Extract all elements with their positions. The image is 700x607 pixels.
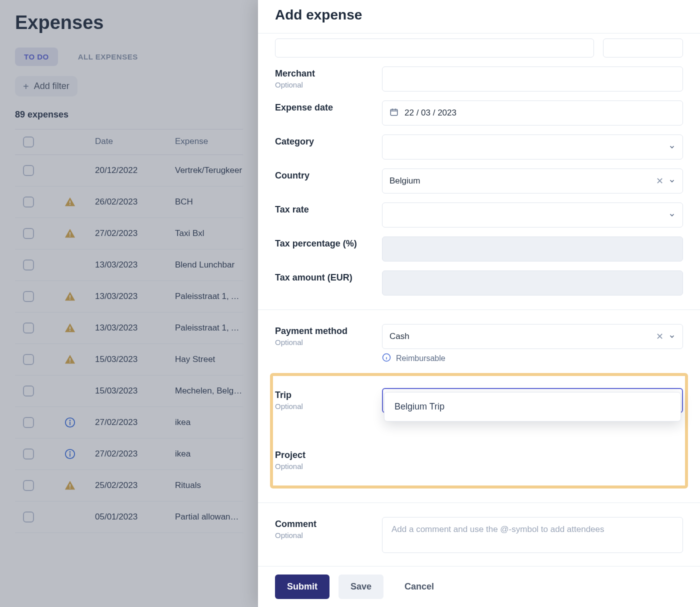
table-row[interactable]: 20/12/2022Vertrek/Terugkeer: [15, 155, 243, 186]
row-expense: BCH: [175, 197, 243, 207]
svg-rect-1: [70, 204, 70, 205]
cancel-button[interactable]: Cancel: [392, 574, 446, 599]
row-expense: Partial allowance (> 6h…: [175, 512, 243, 522]
chevron-down-icon: [668, 212, 676, 218]
column-expense[interactable]: Expense: [175, 136, 243, 148]
row-checkbox[interactable]: [23, 322, 34, 334]
row-checkbox[interactable]: [23, 417, 34, 428]
row-date: 27/02/2023: [95, 418, 175, 428]
svg-rect-18: [390, 109, 398, 115]
row-checkbox[interactable]: [23, 260, 34, 270]
row-checkbox[interactable]: [23, 386, 34, 396]
row-expense: Blend Lunchbar: [175, 260, 243, 270]
column-date[interactable]: Date: [95, 136, 175, 148]
row-checkbox[interactable]: [23, 512, 34, 522]
row-date: 26/02/2023: [95, 197, 175, 207]
country-select[interactable]: Belgium ✕: [382, 168, 683, 194]
category-select[interactable]: [382, 134, 683, 160]
svg-rect-16: [70, 484, 70, 487]
table-row[interactable]: 05/01/2023Partial allowance (> 6h…: [15, 502, 243, 533]
tax-percentage-label: Tax percentage (%): [275, 238, 377, 249]
tab-all-expenses[interactable]: ALL EXPENSES: [69, 48, 147, 66]
merchant-optional: Optional: [275, 80, 377, 89]
table-row[interactable]: 13/03/2023Paleisstraat 1, Amsterdam: [15, 281, 243, 312]
expense-date-input[interactable]: 22 / 03 / 2023: [382, 100, 683, 126]
tab-todo[interactable]: TO DO: [15, 48, 58, 66]
row-checkbox[interactable]: [23, 480, 34, 491]
row-checkbox[interactable]: [23, 448, 34, 460]
table-header: Date Expense: [15, 129, 243, 155]
submit-button[interactable]: Submit: [275, 574, 330, 599]
table-row[interactable]: 13/03/2023Blend Lunchbar: [15, 250, 243, 281]
expense-count: 89 expenses: [15, 110, 243, 120]
row-date: 05/01/2023: [95, 512, 175, 522]
table-body: 20/12/2022Vertrek/Terugkeer26/02/2023BCH…: [15, 155, 243, 533]
table-row[interactable]: 27/02/2023ikea: [15, 407, 243, 438]
project-label: Project: [275, 450, 377, 460]
select-all-checkbox[interactable]: [23, 136, 34, 148]
svg-rect-9: [70, 362, 70, 362]
clear-icon[interactable]: ✕: [651, 176, 668, 186]
row-expense: Paleisstraat 1, Amsterdam: [175, 323, 243, 333]
merchant-row: Merchant Optional: [275, 66, 683, 92]
payment-method-select[interactable]: Cash ✕: [382, 324, 683, 349]
row-date: 15/03/2023: [95, 386, 175, 396]
trip-dropdown[interactable]: Belgium Trip: [384, 392, 681, 422]
row-date: 13/03/2023: [95, 260, 175, 270]
category-label: Category: [275, 136, 377, 147]
table-row[interactable]: 15/03/2023Hay Street: [15, 344, 243, 376]
trip-row: Trip Optional Belgium Belgium Trip: [275, 388, 683, 413]
tax-amount-label: Tax amount (EUR): [275, 272, 377, 283]
clear-icon[interactable]: ✕: [651, 331, 668, 342]
save-button[interactable]: Save: [338, 574, 384, 599]
svg-rect-2: [70, 232, 70, 235]
svg-rect-0: [70, 200, 70, 204]
row-expense: Rituals: [175, 480, 243, 490]
row-checkbox[interactable]: [23, 228, 34, 239]
tax-percentage-input: [382, 236, 683, 262]
table-row[interactable]: 26/02/2023BCH: [15, 186, 243, 218]
svg-rect-5: [70, 298, 70, 300]
row-date: 13/03/2023: [95, 323, 175, 333]
trip-project-highlight: Trip Optional Belgium Belgium Trip Proje…: [270, 373, 688, 488]
merchant-label: Merchant: [275, 68, 377, 79]
trip-option[interactable]: Belgium Trip: [394, 402, 670, 412]
chevron-down-icon: [668, 333, 676, 340]
project-row: Project Optional: [275, 448, 683, 470]
warning-icon: [64, 291, 76, 302]
info-icon: [64, 448, 76, 460]
svg-rect-3: [70, 236, 70, 236]
country-value: Belgium: [390, 176, 651, 186]
row-expense: ikea: [175, 418, 243, 428]
row-checkbox[interactable]: [23, 165, 34, 176]
tax-rate-select[interactable]: [382, 202, 683, 228]
merchant-input[interactable]: [382, 66, 683, 92]
currency-input-stub[interactable]: [603, 38, 683, 58]
table-row[interactable]: 13/03/2023Paleisstraat 1, Amsterdam: [15, 312, 243, 344]
amount-input-stub[interactable]: [275, 38, 594, 58]
table-row[interactable]: 27/02/2023Taxi Bxl: [15, 218, 243, 250]
table-row[interactable]: 15/03/2023Mechelen, Belgium: [15, 376, 243, 407]
tax-amount-row: Tax amount (EUR): [275, 270, 683, 296]
warning-icon: [64, 354, 76, 365]
comment-label: Comment: [275, 519, 377, 530]
add-expense-panel: Add expense Merchant Optional Expense da…: [258, 0, 700, 607]
svg-rect-6: [70, 326, 70, 330]
panel-body: Merchant Optional Expense date 22 / 03 /…: [258, 34, 700, 562]
comment-row: Comment Optional Add a comment and use t…: [275, 517, 683, 553]
tax-rate-row: Tax rate: [275, 202, 683, 228]
add-filter-button[interactable]: + Add filter: [15, 76, 78, 96]
trip-optional: Optional: [275, 402, 377, 410]
row-checkbox[interactable]: [23, 196, 34, 208]
category-row: Category: [275, 134, 683, 160]
svg-rect-8: [70, 358, 70, 361]
section-divider: [258, 310, 700, 310]
row-checkbox[interactable]: [23, 354, 34, 365]
panel-footer: Submit Save Cancel: [258, 566, 700, 607]
row-date: 25/02/2023: [95, 480, 175, 490]
table-row[interactable]: 27/02/2023ikea: [15, 438, 243, 470]
comment-input[interactable]: Add a comment and use the @-symbol to ad…: [382, 517, 683, 553]
reimbursable-label: Reimbursable: [396, 354, 446, 363]
table-row[interactable]: 25/02/2023Rituals: [15, 470, 243, 502]
row-checkbox[interactable]: [23, 291, 34, 302]
